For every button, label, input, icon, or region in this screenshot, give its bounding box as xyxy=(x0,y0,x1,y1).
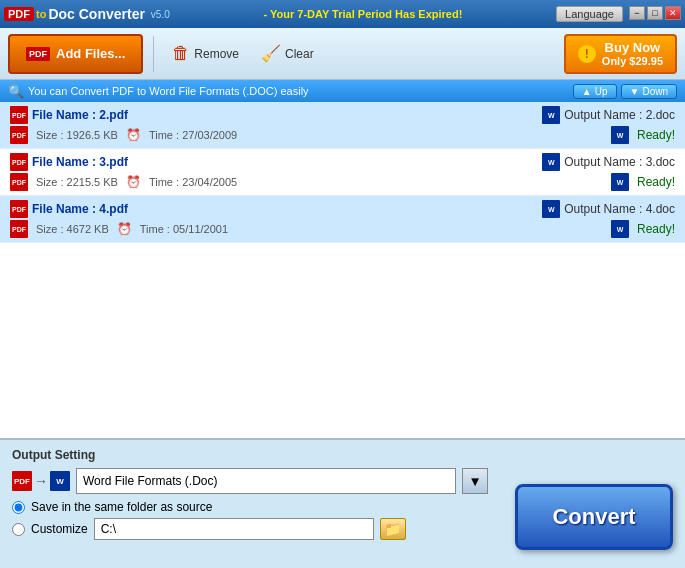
pdf-file-icon: PDF xyxy=(10,200,28,218)
file-name-section: PDF File Name : 3.pdf xyxy=(10,153,128,171)
file-name-section: PDF File Name : 2.pdf xyxy=(10,106,128,124)
clock-icon: ⏰ xyxy=(126,128,141,142)
app-title: Doc Converter xyxy=(48,6,144,22)
file-size: Size : 4672 KB xyxy=(36,223,109,235)
ready-status: Ready! xyxy=(637,128,675,142)
convert-button[interactable]: Convert xyxy=(515,484,673,550)
language-button[interactable]: Language xyxy=(556,6,623,22)
path-input[interactable] xyxy=(94,518,374,540)
pdf-meta-icon: PDF xyxy=(10,173,28,191)
arrow-icon: → xyxy=(34,473,48,489)
toolbar-separator xyxy=(153,36,154,72)
doc-output-icon: W xyxy=(542,153,560,171)
file-time: Time : 23/04/2005 xyxy=(149,176,237,188)
output-format-icons: PDF → W xyxy=(12,471,70,491)
output-name: Output Name : 2.doc xyxy=(564,108,675,122)
warning-icon: ! xyxy=(578,45,596,63)
ready-status: Ready! xyxy=(637,175,675,189)
minimize-button[interactable]: − xyxy=(629,6,645,20)
table-row[interactable]: PDF File Name : 4.pdf W Output Name : 4.… xyxy=(0,196,685,243)
file-time: Time : 27/03/2009 xyxy=(149,129,237,141)
dropdown-arrow-icon: ▼ xyxy=(468,474,481,489)
down-arrow-icon: ▼ xyxy=(630,86,640,97)
pdf-format-icon: PDF xyxy=(12,471,32,491)
buy-now-text: Buy Now Only $29.95 xyxy=(602,40,663,67)
file-size: Size : 1926.5 KB xyxy=(36,129,118,141)
output-name-section: W Output Name : 3.doc xyxy=(542,153,675,171)
clock-icon: ⏰ xyxy=(117,222,132,236)
remove-label: Remove xyxy=(194,47,239,61)
file-row-top: PDF File Name : 4.pdf W Output Name : 4.… xyxy=(10,200,675,218)
output-setting-title: Output Setting xyxy=(12,448,673,462)
file-name: File Name : 4.pdf xyxy=(32,202,128,216)
toolbar: PDF Add Files... 🗑 Remove 🧹 Clear ! Buy … xyxy=(0,28,685,80)
title-bar-left: PDF to Doc Converter v5.0 xyxy=(4,6,170,22)
buy-now-button[interactable]: ! Buy Now Only $29.95 xyxy=(564,34,677,74)
pdf-meta-icon: PDF xyxy=(10,220,28,238)
up-label: Up xyxy=(595,86,608,97)
down-label: Down xyxy=(642,86,668,97)
clear-button[interactable]: 🧹 Clear xyxy=(253,40,322,67)
close-button[interactable]: ✕ xyxy=(665,6,681,20)
maximize-button[interactable]: □ xyxy=(647,6,663,20)
file-row-top: PDF File Name : 3.pdf W Output Name : 3.… xyxy=(10,153,675,171)
file-row-bottom: PDF Size : 4672 KB ⏰ Time : 05/11/2001 W… xyxy=(10,220,675,238)
same-folder-radio[interactable] xyxy=(12,501,25,514)
clock-icon: ⏰ xyxy=(126,175,141,189)
pdf-file-icon: PDF xyxy=(10,153,28,171)
doc-output-icon: W xyxy=(542,106,560,124)
customize-radio[interactable] xyxy=(12,523,25,536)
buy-now-line2: Only $29.95 xyxy=(602,55,663,67)
output-name: Output Name : 4.doc xyxy=(564,202,675,216)
doc-ready-icon: W xyxy=(611,173,629,191)
remove-icon: 🗑 xyxy=(172,43,190,64)
same-folder-label: Save in the same folder as source xyxy=(31,500,212,514)
trial-notice: - Your 7-DAY Trial Period Has Expired! xyxy=(170,8,556,20)
output-name-section: W Output Name : 4.doc xyxy=(542,200,675,218)
file-name: File Name : 2.pdf xyxy=(32,108,128,122)
output-name: Output Name : 3.doc xyxy=(564,155,675,169)
pdf-add-icon: PDF xyxy=(26,47,50,61)
browse-button[interactable]: 📁 xyxy=(380,518,406,540)
pdf-meta-icon: PDF xyxy=(10,126,28,144)
file-size: Size : 2215.5 KB xyxy=(36,176,118,188)
app-logo: PDF to Doc Converter v5.0 xyxy=(4,6,170,22)
clear-icon: 🧹 xyxy=(261,44,281,63)
up-button[interactable]: ▲ Up xyxy=(573,84,617,99)
down-button[interactable]: ▼ Down xyxy=(621,84,677,99)
doc-ready-icon: W xyxy=(611,126,629,144)
title-bar-controls: Language − □ ✕ xyxy=(556,6,681,22)
file-row-bottom: PDF Size : 2215.5 KB ⏰ Time : 23/04/2005… xyxy=(10,173,675,191)
pdf-file-icon: PDF xyxy=(10,106,28,124)
info-bar-text: 🔍 You can Convert PDF to Word File Forma… xyxy=(8,84,309,99)
output-name-section: W Output Name : 2.doc xyxy=(542,106,675,124)
file-time: Time : 05/11/2001 xyxy=(140,223,228,235)
table-row[interactable]: PDF File Name : 3.pdf W Output Name : 3.… xyxy=(0,149,685,196)
info-bar: 🔍 You can Convert PDF to Word File Forma… xyxy=(0,80,685,102)
folder-icon: 📁 xyxy=(384,521,401,537)
file-row-bottom: PDF Size : 1926.5 KB ⏰ Time : 27/03/2009… xyxy=(10,126,675,144)
pdf-badge: PDF xyxy=(4,7,34,21)
doc-output-icon: W xyxy=(542,200,560,218)
doc-format-icon: W xyxy=(50,471,70,491)
customize-label: Customize xyxy=(31,522,88,536)
up-arrow-icon: ▲ xyxy=(582,86,592,97)
add-files-label: Add Files... xyxy=(56,46,125,61)
add-files-button[interactable]: PDF Add Files... xyxy=(8,34,143,74)
ready-status: Ready! xyxy=(637,222,675,236)
file-name-section: PDF File Name : 4.pdf xyxy=(10,200,128,218)
table-row[interactable]: PDF File Name : 2.pdf W Output Name : 2.… xyxy=(0,102,685,149)
clear-label: Clear xyxy=(285,47,314,61)
buy-now-line1: Buy Now xyxy=(602,40,663,55)
format-dropdown-button[interactable]: ▼ xyxy=(462,468,488,494)
to-text: to xyxy=(36,8,46,20)
info-search-icon: 🔍 xyxy=(8,84,24,99)
info-message: You can Convert PDF to Word File Formats… xyxy=(28,85,309,97)
file-name: File Name : 3.pdf xyxy=(32,155,128,169)
remove-button[interactable]: 🗑 Remove xyxy=(164,39,247,68)
info-bar-controls: ▲ Up ▼ Down xyxy=(573,84,677,99)
file-row-top: PDF File Name : 2.pdf W Output Name : 2.… xyxy=(10,106,675,124)
title-bar: PDF to Doc Converter v5.0 - Your 7-DAY T… xyxy=(0,0,685,28)
format-select-input[interactable] xyxy=(76,468,456,494)
file-list: PDF File Name : 2.pdf W Output Name : 2.… xyxy=(0,102,685,438)
